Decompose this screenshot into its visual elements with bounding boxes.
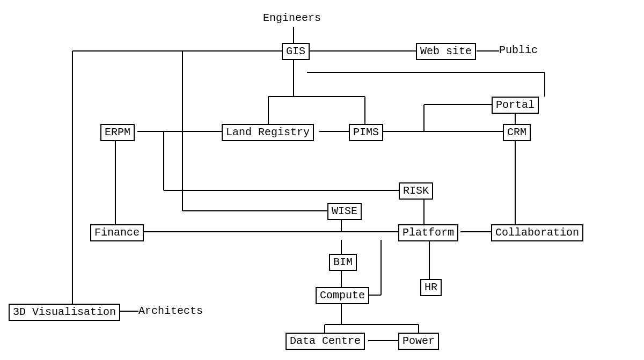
node-hr: HR bbox=[420, 279, 442, 296]
node-power: Power bbox=[398, 333, 439, 350]
node-crm: CRM bbox=[503, 124, 531, 141]
node-website: Web site bbox=[416, 43, 476, 60]
node-bim: BIM bbox=[329, 254, 357, 271]
label-public: Public bbox=[499, 44, 538, 57]
node-compute: Compute bbox=[316, 287, 369, 304]
node-finance: Finance bbox=[90, 224, 144, 241]
node-portal: Portal bbox=[492, 97, 539, 114]
node-data-centre: Data Centre bbox=[286, 333, 365, 350]
node-land-registry: Land Registry bbox=[222, 124, 314, 141]
node-collaboration: Collaboration bbox=[491, 224, 583, 241]
node-erpm: ERPM bbox=[100, 124, 135, 141]
node-risk: RISK bbox=[399, 182, 433, 200]
label-architects: Architects bbox=[138, 305, 203, 318]
label-engineers: Engineers bbox=[263, 12, 321, 25]
node-pims: PIMS bbox=[349, 124, 383, 141]
node-gis: GIS bbox=[282, 43, 310, 60]
node-3d-visualisation: 3D Visualisation bbox=[9, 304, 120, 321]
node-platform: Platform bbox=[398, 224, 458, 241]
node-wise: WISE bbox=[327, 203, 362, 220]
